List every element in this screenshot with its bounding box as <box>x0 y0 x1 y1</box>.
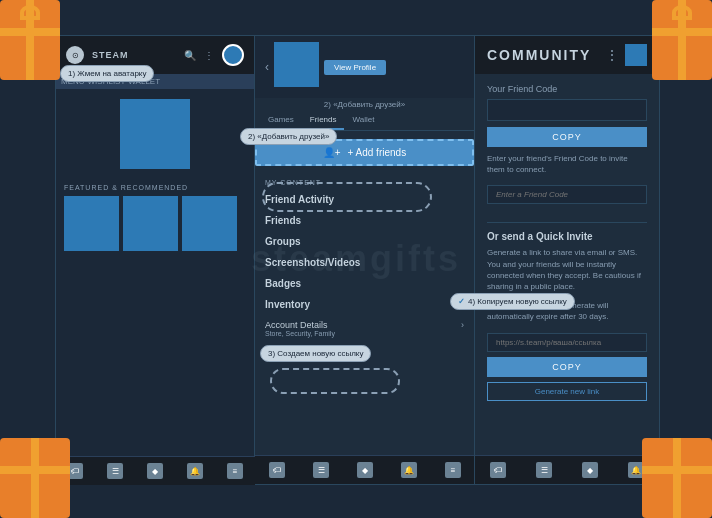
watermark: steamgifts <box>251 238 461 280</box>
community-more-icon[interactable]: ⋮ <box>605 47 619 63</box>
community-panel: COMMUNITY ⋮ Your Friend Code COPY Enter … <box>475 35 660 485</box>
mid-nav-diamond[interactable]: ◆ <box>357 462 373 478</box>
community-content: Your Friend Code COPY Enter your friend'… <box>475 74 659 411</box>
list-item-inventory[interactable]: Inventory <box>255 294 474 315</box>
copy-btn-top[interactable]: COPY <box>487 127 647 147</box>
gift-decoration-bl <box>0 438 70 518</box>
more-icon[interactable]: ⋮ <box>204 50 214 61</box>
gift-decoration-tr <box>652 0 712 80</box>
comm-nav-tag[interactable]: 🏷 <box>490 462 506 478</box>
steam-logo-text: STEAM <box>92 50 129 60</box>
copy-btn-bottom[interactable]: COPY <box>487 357 647 377</box>
community-avatar <box>625 44 647 66</box>
annotation-step2: 2) «Добавить друзей» <box>240 128 337 145</box>
profile-avatar-mid <box>274 42 319 87</box>
friend-code-description: Enter your friend's Friend Code to invit… <box>487 153 647 175</box>
back-arrow-icon[interactable]: ‹ <box>265 60 269 74</box>
friend-code-label: Your Friend Code <box>487 84 647 94</box>
comm-nav-list[interactable]: ☰ <box>536 462 552 478</box>
steam-panel: ⊙ STEAM 🔍 ⋮ MENU WISHLIST WALLET FEATURE… <box>55 35 255 485</box>
divider <box>487 222 647 223</box>
community-header-right: ⋮ <box>605 44 647 66</box>
annotation-step3: 3) Создаем новую ссылку <box>260 345 371 362</box>
list-item-account[interactable]: Account Details › Store, Security, Famil… <box>255 315 474 342</box>
middle-bottom-nav: 🏷 ☰ ◆ 🔔 ≡ <box>255 455 475 484</box>
featured-section: FEATURED & RECOMMENDED <box>56 179 254 256</box>
featured-item-1 <box>64 196 119 251</box>
gift-decoration-br <box>642 438 712 518</box>
quick-invite-label: Or send a Quick Invite <box>487 231 647 242</box>
tab-wallet[interactable]: Wallet <box>344 111 382 130</box>
mid-nav-tag[interactable]: 🏷 <box>269 462 285 478</box>
checkmark-icon: ✓ <box>458 297 465 306</box>
avatar-area <box>56 89 254 179</box>
mid-nav-list[interactable]: ☰ <box>313 462 329 478</box>
generate-link-btn[interactable]: Generate new link <box>487 382 647 401</box>
community-title: COMMUNITY <box>487 47 591 63</box>
quick-invite-desc: Generate a link to share via email or SM… <box>487 247 647 292</box>
user-avatar[interactable] <box>222 44 244 66</box>
enter-code-input[interactable] <box>487 185 647 204</box>
nav-icon-menu[interactable]: ≡ <box>227 463 243 479</box>
featured-item-2 <box>123 196 178 251</box>
generate-link-highlight <box>270 368 400 394</box>
view-profile-btn[interactable]: View Profile <box>324 60 386 75</box>
add-friends-label: 2) «Добавить друзей» <box>255 98 474 111</box>
mid-nav-bell[interactable]: 🔔 <box>401 462 417 478</box>
link-url-input[interactable] <box>487 333 647 352</box>
nav-icon-bell[interactable]: 🔔 <box>187 463 203 479</box>
nav-icon-list[interactable]: ☰ <box>107 463 123 479</box>
steam-logo-icon: ⊙ <box>66 46 84 64</box>
profile-image <box>120 99 190 169</box>
steam-bottom-nav: 🏷 ☰ ◆ 🔔 ≡ <box>55 456 255 485</box>
annotation-step4: ✓ 4) Копируем новую ссылку <box>450 293 575 310</box>
featured-label: FEATURED & RECOMMENDED <box>64 184 246 191</box>
community-header: COMMUNITY ⋮ <box>475 36 659 74</box>
middle-header: ‹ View Profile <box>255 36 474 98</box>
add-friends-highlight <box>262 182 432 212</box>
community-bottom-nav: 🏷 ☰ ◆ 🔔 <box>475 455 659 484</box>
annotation-step1: 1) Жмем на аватарку <box>60 65 154 82</box>
mid-nav-menu[interactable]: ≡ <box>445 462 461 478</box>
comm-nav-diamond[interactable]: ◆ <box>582 462 598 478</box>
friend-code-input[interactable] <box>487 99 647 121</box>
gift-decoration-tl <box>0 0 60 80</box>
featured-item-3 <box>182 196 237 251</box>
featured-items <box>64 196 246 251</box>
search-icon[interactable]: 🔍 <box>184 50 196 61</box>
add-friends-icon: 👤+ <box>323 147 341 158</box>
list-item-friends[interactable]: Friends <box>255 210 474 231</box>
nav-icon-diamond[interactable]: ◆ <box>147 463 163 479</box>
